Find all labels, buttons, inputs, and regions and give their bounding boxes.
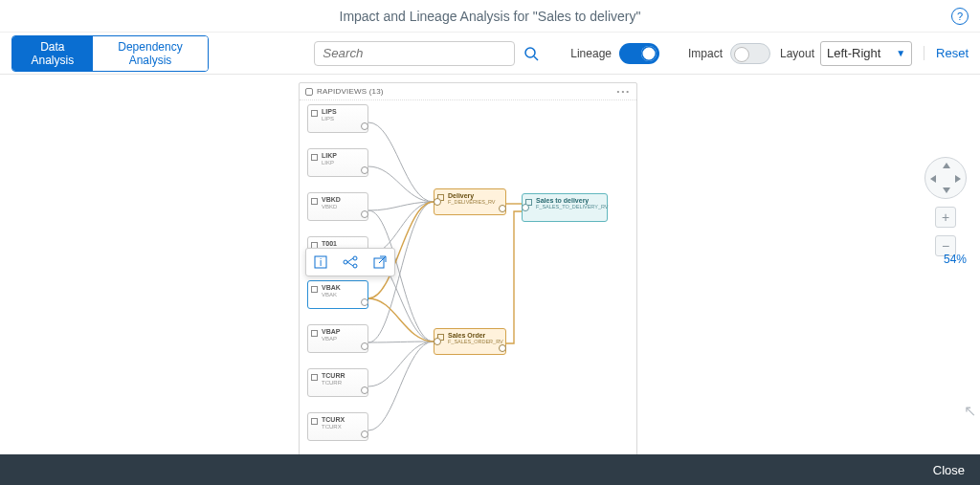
arrow-left-icon: [930, 175, 936, 183]
diagram-canvas[interactable]: RAPIDVIEWS (13) •••: [0, 75, 980, 454]
node-likp[interactable]: LIKPLIKP: [307, 148, 368, 177]
impact-toggle-group: Impact: [688, 43, 770, 64]
svg-point-6: [353, 264, 357, 268]
node-actions-toolbar: i: [305, 248, 395, 276]
search-input[interactable]: [314, 41, 515, 66]
layout-value: Left-Right: [827, 46, 880, 60]
arrow-down-icon: [943, 187, 950, 193]
node-vbap[interactable]: VBAPVBAP: [307, 324, 368, 353]
svg-point-0: [525, 48, 535, 57]
node-info-button[interactable]: i: [311, 253, 330, 272]
node-vbak[interactable]: VBAKVBAK: [307, 280, 368, 309]
arrow-right-icon: [955, 175, 961, 183]
arrow-up-icon: [943, 163, 950, 168]
node-tcurx[interactable]: TCURXTCURX: [307, 412, 368, 441]
layout-label: Layout: [780, 47, 814, 60]
titlebar: Impact and Lineage Analysis for "Sales t…: [0, 0, 980, 33]
node-open-button[interactable]: [370, 253, 390, 272]
expand-icon[interactable]: ↖: [964, 402, 976, 420]
tab-data-analysis[interactable]: Data Analysis: [12, 36, 93, 71]
impact-label: Impact: [688, 47, 723, 60]
footer: Close: [0, 454, 980, 485]
group-more-icon[interactable]: •••: [617, 87, 631, 96]
group-header: RAPIDVIEWS (13) •••: [300, 83, 636, 100]
close-button[interactable]: Close: [933, 463, 965, 477]
node-delivery[interactable]: Delivery F_DELIVERIES_RV: [434, 188, 506, 215]
layout-select[interactable]: Left-Right ▼: [820, 41, 912, 66]
svg-line-8: [347, 262, 353, 266]
node-lineage-button[interactable]: [341, 253, 360, 272]
node-vbkd[interactable]: VBKDVBKD: [307, 192, 368, 221]
svg-line-1: [534, 56, 538, 60]
svg-point-4: [344, 260, 347, 264]
help-icon[interactable]: ?: [951, 8, 969, 25]
lineage-toggle-group: Lineage: [570, 43, 659, 64]
search-icon[interactable]: [521, 43, 542, 64]
page-title: Impact and Lineage Analysis for "Sales t…: [340, 9, 641, 24]
zoom-in-button[interactable]: +: [935, 207, 956, 228]
svg-point-5: [353, 256, 357, 260]
toolbar: Data Analysis Dependency Analysis Lineag…: [0, 33, 980, 75]
group-icon: [305, 88, 313, 96]
zoom-percentage: 54%: [944, 253, 967, 266]
node-sales-to-delivery[interactable]: Sales to delivery F_SALES_TO_DELIVERY_RV: [522, 193, 608, 222]
source-column: LIPSLIPS LIKPLIKP VBKDVBKD T001T001 VBAK…: [307, 104, 368, 454]
svg-text:i: i: [320, 257, 322, 268]
node-sales-order[interactable]: Sales Order F_SALES_ORDER_RV: [434, 328, 506, 355]
group-title: RAPIDVIEWS (13): [317, 87, 384, 96]
node-tcurr[interactable]: TCURRTCURR: [307, 368, 368, 397]
node-lips[interactable]: LIPSLIPS: [307, 104, 368, 133]
impact-toggle[interactable]: [730, 43, 770, 64]
search-group: [314, 41, 542, 66]
layout-group: Layout Left-Right ▼ Reset: [780, 41, 969, 66]
lineage-toggle[interactable]: [619, 43, 659, 64]
pan-compass[interactable]: [924, 157, 967, 199]
tab-dependency-analysis[interactable]: Dependency Analysis: [93, 36, 209, 71]
lineage-label: Lineage: [570, 47, 612, 60]
analysis-tab-group: Data Analysis Dependency Analysis: [11, 35, 209, 72]
nav-cluster: + −: [924, 157, 967, 256]
chevron-down-icon: ▼: [896, 48, 905, 58]
svg-line-7: [347, 258, 353, 262]
group-rapidviews: RAPIDVIEWS (13) •••: [299, 82, 637, 454]
reset-link[interactable]: Reset: [924, 46, 969, 60]
